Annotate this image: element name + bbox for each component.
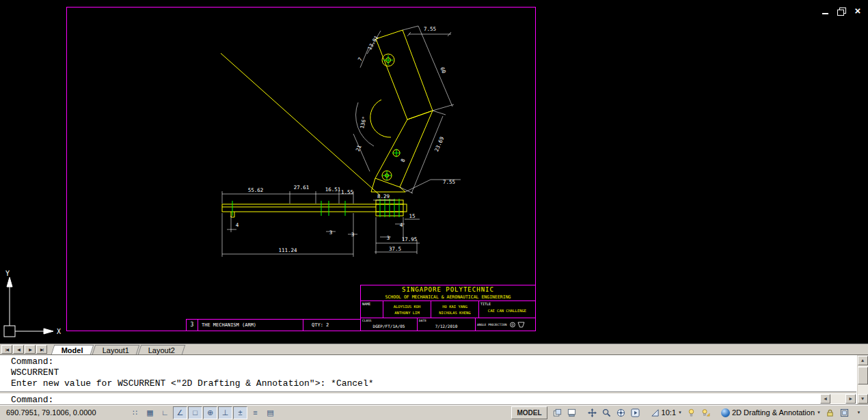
scroll-right-button[interactable]: ▶	[845, 394, 856, 404]
annotation-autoscale-button[interactable]	[699, 406, 713, 419]
scroll-up-button[interactable]: ▲	[858, 356, 868, 365]
toolbar-lock-button[interactable]	[823, 406, 837, 419]
command-history-line: Enter new value for WSCURRENT <"2D Draft…	[11, 378, 854, 389]
model-space-button[interactable]: MODEL	[511, 406, 547, 419]
dimension-label: 3	[351, 232, 355, 238]
drawing-frame	[67, 8, 536, 331]
titleblock-names-col2: HO KAI YANG NICHOLAS KHENG	[431, 301, 479, 318]
window-controls: ×	[819, 5, 864, 16]
coordinates-display[interactable]: 690.7951, 79.1006, 0.0000	[2, 408, 120, 417]
part-name: THE MECHANISM (ARM)	[198, 320, 303, 331]
restore-icon	[837, 8, 845, 15]
dimension-label: 3	[387, 235, 390, 241]
tab-navigation: |◀ ◀ ▶ ▶|	[1, 345, 47, 354]
annotation-scale-button[interactable]: 10:1 ▼	[649, 406, 684, 419]
titleblock-class-label: CLASS	[362, 319, 372, 322]
pan-icon	[588, 408, 597, 417]
first-tab-button[interactable]: |◀	[1, 345, 12, 354]
ducs-toggle[interactable]: ⊥	[218, 406, 232, 419]
clean-screen-button[interactable]	[837, 406, 852, 419]
restore-button[interactable]	[835, 5, 847, 16]
ucs-y-label: Y	[5, 270, 10, 277]
titleblock-date-value: 7/12/2010	[419, 324, 474, 328]
dimension-label: 136°	[359, 116, 368, 130]
dimension-label: 21	[355, 144, 363, 152]
dimension-label: 111.24	[278, 247, 297, 253]
scroll-left-button[interactable]: ◀	[820, 394, 830, 404]
tab-model[interactable]: Model	[51, 345, 94, 354]
part-strip: 3 THE MECHANISM (ARM) QTY: 2	[186, 319, 361, 331]
workspace-icon	[721, 408, 730, 417]
titleblock-name-label: NAME	[361, 301, 383, 318]
close-button[interactable]: ×	[852, 5, 864, 16]
dimension-lines	[222, 26, 461, 257]
steering-wheel-button[interactable]	[614, 406, 628, 419]
snap-toggle[interactable]: ∷	[128, 406, 142, 419]
horizontal-scroll-track[interactable]	[830, 394, 845, 404]
titleblock-name3: HO KAI YANG	[431, 305, 478, 309]
dimension-label: 3	[329, 229, 333, 236]
dyn-toggle[interactable]: ±	[233, 406, 247, 419]
minimize-button[interactable]	[819, 5, 831, 16]
tab-layout1[interactable]: Layout1	[92, 345, 140, 354]
tab-label: Layout2	[148, 346, 175, 354]
layout-tab-bar: |◀ ◀ ▶ ▶| Model Layout1 Layout2	[0, 344, 868, 354]
quick-view-layouts-icon	[553, 408, 562, 417]
dimension-label: 8	[400, 158, 407, 163]
titleblock-projection-cell: ANGLE PROJECTION	[476, 318, 535, 331]
clean-screen-icon	[840, 408, 849, 417]
statusbar-menu-button[interactable]: ▼	[852, 406, 866, 419]
command-history[interactable]: Command:WSCURRENTEnter new value for WSC…	[11, 356, 854, 391]
grid-toggle[interactable]: ▦	[143, 406, 157, 419]
show-motion-button[interactable]	[628, 406, 642, 419]
lwt-toggle[interactable]: ≡	[248, 406, 262, 419]
pan-button[interactable]	[585, 406, 599, 419]
polar-toggle[interactable]: ∠	[173, 406, 187, 419]
titleblock-name4: NICHOLAS KHENG	[431, 311, 478, 315]
command-splitter[interactable]	[0, 391, 856, 394]
qp-toggle[interactable]: ▤	[263, 406, 277, 419]
ucs-icon	[4, 277, 53, 337]
dimension-label: 27.61	[294, 184, 310, 191]
dimension-label: 15	[409, 213, 415, 219]
show-motion-icon	[631, 408, 640, 417]
workspace-switcher[interactable]: 2D Drafting & Annotation ▼	[719, 406, 823, 419]
dimension-label: 7.55	[424, 26, 436, 32]
dimension-label: 60	[439, 66, 447, 74]
close-icon: ×	[855, 6, 861, 16]
scroll-down-button[interactable]: ▼	[858, 394, 868, 404]
titleblock-class-value: DGEP/FT/1A/05	[362, 324, 416, 328]
annotation-visibility-button[interactable]	[684, 406, 699, 419]
command-window: Command:WSCURRENTEnter new value for WSC…	[0, 354, 868, 404]
dimension-label: 4	[236, 222, 239, 228]
osnap-toggle[interactable]: □	[188, 406, 202, 419]
next-tab-button[interactable]: ▶	[25, 345, 36, 354]
status-bar: 690.7951, 79.1006, 0.0000 ∷▦∟∠□⊕⊥±≡▤ MOD…	[0, 404, 868, 420]
zoom-button[interactable]	[599, 406, 614, 419]
quick-view-drawings-icon	[567, 408, 576, 417]
drawing-canvas[interactable]: 7.5513.91760136°23.692187.558.2955.6227.…	[0, 0, 868, 344]
zoom-icon	[602, 408, 611, 417]
quick-view-layouts-button[interactable]	[550, 406, 565, 419]
vertical-scroll-thumb[interactable]	[858, 367, 868, 384]
command-input-line[interactable]: Command:	[11, 395, 53, 405]
prev-tab-button[interactable]: ◀	[13, 345, 24, 354]
last-tab-button[interactable]: ▶|	[36, 345, 47, 354]
titleblock-organisation: SINGAPORE POLYTECHNIC	[361, 285, 535, 294]
titleblock-title-label: TITLE	[480, 302, 491, 306]
dimension-label: 8.29	[377, 193, 390, 199]
title-block: SINGAPORE POLYTECHNIC SCHOOL OF MECHANIC…	[360, 285, 536, 331]
dimension-label: 17.95	[402, 236, 418, 242]
tab-layout2[interactable]: Layout2	[138, 345, 186, 354]
dimension-label: 7	[357, 57, 364, 62]
titleblock-date-cell: DATE 7/12/2010	[418, 318, 476, 331]
titleblock-projection-label: ANGLE PROJECTION	[477, 323, 506, 326]
titleblock-name1: ALOYSIUS KOH	[383, 305, 431, 309]
titleblock-class-cell: CLASS DGEP/FT/1A/05	[361, 318, 418, 331]
otrack-toggle[interactable]: ⊕	[203, 406, 217, 419]
ortho-toggle[interactable]: ∟	[158, 406, 172, 419]
dimension-labels: 7.5513.91760136°23.692187.558.2955.6227.…	[236, 26, 455, 253]
minimize-icon	[822, 13, 828, 14]
quick-view-drawings-button[interactable]	[565, 406, 579, 419]
vertical-scroll-track[interactable]	[858, 365, 868, 394]
